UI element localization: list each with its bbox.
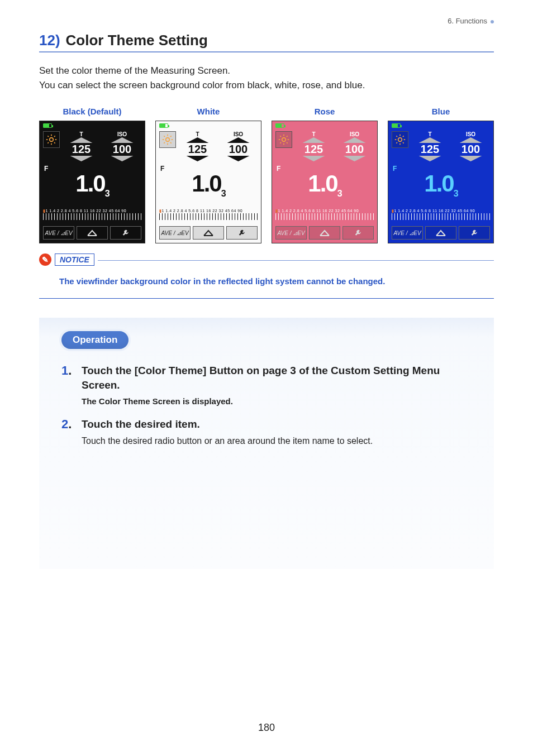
f-label: F <box>44 165 48 173</box>
theme-rose: Rose T 125 ISO 100 <box>272 107 378 243</box>
tool-button <box>342 226 374 240</box>
arrow-down-icon <box>303 156 325 161</box>
t-label: T <box>62 131 101 137</box>
page-number: 180 <box>0 722 533 734</box>
step-subtext: The Color Theme Screen is displayed. <box>82 396 472 406</box>
arrow-down-icon <box>187 156 209 161</box>
svg-rect-39 <box>436 235 445 236</box>
arrow-down-icon <box>344 156 366 161</box>
ave-button: AVE / ⊿EV <box>43 226 74 240</box>
notice-text: The viewfinder background color in the r… <box>39 273 494 297</box>
svg-line-25 <box>280 136 281 137</box>
ave-button: AVE / ⊿EV <box>159 226 191 240</box>
section-number: 12) <box>39 32 60 49</box>
aperture-scale: ▮1 1.4 2 2.8 4 5.6 8 11 16 22 32 45 64 9… <box>159 208 258 224</box>
f-value: 1.03 <box>424 170 457 199</box>
battery-icon <box>159 123 168 128</box>
lead-line-1: Set the color theme of the Measuring Scr… <box>39 65 230 76</box>
theme-label: Black (Default) <box>39 107 145 116</box>
iso-value: 100 <box>103 143 141 156</box>
theme-blue: Blue T 125 ISO 100 <box>388 107 494 243</box>
t-value: 125 <box>294 143 333 156</box>
svg-line-7 <box>47 142 49 143</box>
aperture-scale: ▮1 1.4 2 2.8 4 5.6 8 11 16 22 32 45 64 9… <box>275 208 374 224</box>
svg-point-10 <box>166 138 170 142</box>
device-preview-blue: T 125 ISO 100 F 1.03 <box>388 121 494 243</box>
svg-line-38 <box>403 136 404 137</box>
svg-line-36 <box>403 142 404 143</box>
memory-button <box>193 226 224 240</box>
arrow-up-icon <box>460 137 482 143</box>
battery-icon <box>275 123 284 128</box>
svg-point-0 <box>50 138 54 142</box>
section-name: Color Theme Setting <box>66 32 208 49</box>
arrow-up-icon <box>227 137 250 143</box>
f-label: F <box>393 165 397 173</box>
svg-line-37 <box>396 142 397 143</box>
section-rule <box>39 51 494 52</box>
battery-icon <box>392 123 401 128</box>
svg-rect-19 <box>204 235 213 236</box>
step-heading: Touch the desired item. <box>82 417 472 432</box>
svg-point-30 <box>398 138 402 142</box>
arrow-up-icon <box>344 137 366 143</box>
notice-icon: ✎ <box>39 253 51 266</box>
arrow-up-icon <box>70 137 93 143</box>
svg-rect-9 <box>88 235 97 236</box>
f-value: 1.03 <box>192 170 225 199</box>
t-label: T <box>294 131 333 137</box>
tool-button <box>459 226 490 240</box>
svg-line-15 <box>164 136 165 137</box>
ambient-icon <box>43 131 60 148</box>
svg-line-28 <box>287 136 288 137</box>
iso-label: ISO <box>451 131 490 137</box>
step-2: 2. Touch the desired item. Touch the des… <box>61 417 472 446</box>
iso-value: 100 <box>219 143 258 156</box>
arrow-up-icon <box>187 137 209 143</box>
memory-button <box>425 226 456 240</box>
f-value: 1.03 <box>308 170 341 199</box>
f-value: 1.03 <box>75 170 108 199</box>
iso-label: ISO <box>219 131 258 137</box>
svg-line-35 <box>396 136 397 137</box>
t-label: T <box>411 131 449 137</box>
svg-line-8 <box>54 136 55 137</box>
step-1: 1. Touch the [Color Theme] Button on pag… <box>61 363 472 406</box>
f-label: F <box>277 165 280 173</box>
step-number: 1 <box>61 363 68 377</box>
f-label: F <box>160 165 164 173</box>
lead-line-2: You can select the screen background col… <box>39 80 365 90</box>
ave-button: AVE / ⊿EV <box>392 226 423 240</box>
svg-line-26 <box>287 142 288 143</box>
aperture-scale: ▮1 1.4 2 2.8 4 5.6 8 11 16 22 32 45 64 9… <box>392 208 490 224</box>
device-preview-white: T 125 ISO 100 F 1.03 <box>155 121 261 243</box>
theme-previews: Black (Default) T 125 ISO <box>39 107 494 243</box>
step-number: 2 <box>61 417 68 431</box>
iso-label: ISO <box>335 131 374 137</box>
ave-button: AVE / ⊿EV <box>275 226 307 240</box>
memory-button <box>309 226 340 240</box>
arrow-down-icon <box>70 156 93 161</box>
iso-value: 100 <box>451 143 490 156</box>
svg-line-17 <box>164 142 165 143</box>
notice-label: NOTICE <box>55 253 94 266</box>
step-heading: Touch the [Color Theme] Button on page 3… <box>82 363 472 392</box>
step-description: Touch the desired radio button or an are… <box>82 436 472 446</box>
section-title: 12) Color Theme Setting <box>39 32 494 49</box>
chapter-header: 6. Functions <box>39 17 494 25</box>
arrow-up-icon <box>419 137 441 143</box>
t-value: 125 <box>411 143 449 156</box>
arrow-up-icon <box>303 137 325 143</box>
t-label: T <box>178 131 217 137</box>
arrow-down-icon <box>227 156 250 161</box>
svg-line-6 <box>54 142 55 143</box>
notice-block: ✎ NOTICE The viewfinder background color… <box>39 260 494 299</box>
device-preview-black: T 125 ISO 100 F 1.03 <box>39 121 145 243</box>
t-value: 125 <box>62 143 101 156</box>
arrow-down-icon <box>460 156 482 161</box>
tool-button <box>226 226 258 240</box>
ambient-icon <box>159 131 176 148</box>
svg-line-27 <box>280 142 281 143</box>
svg-line-5 <box>47 136 49 137</box>
ambient-icon <box>392 131 408 148</box>
